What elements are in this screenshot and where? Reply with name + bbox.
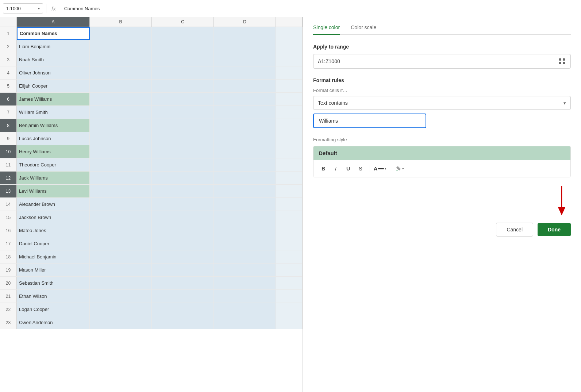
cell-col-b[interactable] [90, 237, 152, 250]
table-row[interactable]: 9Lucas Johnson [0, 132, 303, 145]
cell-col-a[interactable]: Alexander Brown [17, 198, 90, 211]
cell-col-c[interactable] [152, 66, 214, 79]
table-row[interactable]: 5Elijah Cooper [0, 80, 303, 93]
cell-col-c[interactable] [152, 198, 214, 211]
condition-text-input[interactable] [313, 114, 426, 128]
cell-col-c[interactable] [152, 250, 214, 263]
italic-button[interactable]: I [330, 163, 341, 174]
cell-col-a[interactable]: William Smith [17, 106, 90, 119]
cell-col-a[interactable]: Henry Williams [17, 145, 90, 158]
table-row[interactable]: 10Henry Williams [0, 145, 303, 158]
table-row[interactable]: 14Alexander Brown [0, 198, 303, 211]
cell-col-c[interactable] [152, 119, 214, 132]
grid-select-icon[interactable] [558, 57, 566, 65]
cell-col-a[interactable]: Benjamin Williams [17, 119, 90, 132]
table-row[interactable]: 22Logan Cooper [0, 303, 303, 316]
tab-color-scale[interactable]: Color scale [351, 24, 376, 35]
cell-col-a[interactable]: Levi Williams [17, 185, 90, 197]
cell-col-d[interactable] [214, 237, 276, 250]
cell-col-d[interactable] [214, 27, 276, 40]
table-row[interactable]: 13Levi Williams [0, 185, 303, 198]
cell-col-d[interactable] [214, 250, 276, 263]
cell-col-a[interactable]: Logan Cooper [17, 303, 90, 316]
cell-col-d[interactable] [214, 172, 276, 184]
cell-col-d[interactable] [214, 80, 276, 92]
cell-col-a[interactable]: Michael Benjamin [17, 250, 90, 263]
cancel-button[interactable]: Cancel [496, 223, 533, 237]
cell-reference-box[interactable]: 1:1000 ▾ [3, 3, 43, 14]
cell-col-b[interactable] [90, 290, 152, 303]
cell-col-d[interactable] [214, 290, 276, 303]
cell-col-a[interactable]: Liam Benjamin [17, 40, 90, 53]
table-row[interactable]: 4Oliver Johnson [0, 66, 303, 80]
cell-col-d[interactable] [214, 106, 276, 119]
col-header-c[interactable]: C [152, 17, 214, 27]
cell-col-b[interactable] [90, 119, 152, 132]
cell-col-d[interactable] [214, 303, 276, 316]
cell-col-b[interactable] [90, 211, 152, 224]
strikethrough-button[interactable]: S [355, 163, 366, 174]
cell-col-c[interactable] [152, 158, 214, 171]
col-header-a[interactable]: A [17, 17, 90, 27]
cell-col-a[interactable]: Oliver Johnson [17, 66, 90, 79]
cell-col-d[interactable] [214, 145, 276, 158]
col-header-b[interactable]: B [90, 17, 152, 27]
cell-col-b[interactable] [90, 80, 152, 92]
cell-col-d[interactable] [214, 198, 276, 211]
cell-col-d[interactable] [214, 53, 276, 66]
cell-col-b[interactable] [90, 224, 152, 237]
text-color-button[interactable]: A ▾ [372, 165, 388, 172]
table-row[interactable]: 1Common Names [0, 27, 303, 40]
cell-col-b[interactable] [90, 66, 152, 79]
cell-col-b[interactable] [90, 40, 152, 53]
cell-col-a[interactable]: Ethan Wilson [17, 290, 90, 303]
col-header-d[interactable]: D [214, 17, 276, 27]
cell-col-a[interactable]: Theodore Cooper [17, 158, 90, 171]
cell-col-c[interactable] [152, 53, 214, 66]
cell-col-a[interactable]: Mason Miller [17, 264, 90, 276]
cell-col-c[interactable] [152, 27, 214, 40]
cell-col-a[interactable]: Noah Smith [17, 53, 90, 66]
cell-col-c[interactable] [152, 264, 214, 276]
cell-col-b[interactable] [90, 106, 152, 119]
cell-col-d[interactable] [214, 132, 276, 145]
cell-col-d[interactable] [214, 119, 276, 132]
cell-col-c[interactable] [152, 172, 214, 184]
cell-col-c[interactable] [152, 145, 214, 158]
table-row[interactable]: 6James Williams [0, 93, 303, 106]
fill-color-button[interactable]: ▾ [394, 165, 405, 172]
cell-col-c[interactable] [152, 277, 214, 289]
cell-col-a[interactable]: James Williams [17, 93, 90, 105]
cell-col-b[interactable] [90, 303, 152, 316]
cell-col-d[interactable] [214, 316, 276, 329]
cell-col-c[interactable] [152, 106, 214, 119]
table-row[interactable]: 12Jack Williams [0, 172, 303, 185]
cell-col-b[interactable] [90, 145, 152, 158]
cell-col-a[interactable]: Lucas Johnson [17, 132, 90, 145]
cell-col-d[interactable] [214, 277, 276, 289]
cell-col-b[interactable] [90, 53, 152, 66]
cell-col-a[interactable]: Owen Anderson [17, 316, 90, 329]
cell-col-b[interactable] [90, 277, 152, 289]
cell-col-d[interactable] [214, 40, 276, 53]
cell-col-c[interactable] [152, 93, 214, 105]
cell-col-b[interactable] [90, 264, 152, 276]
cell-col-d[interactable] [214, 185, 276, 197]
table-row[interactable]: 19Mason Miller [0, 264, 303, 277]
cell-col-b[interactable] [90, 198, 152, 211]
cell-col-d[interactable] [214, 211, 276, 224]
cell-col-b[interactable] [90, 172, 152, 184]
cell-col-b[interactable] [90, 250, 152, 263]
cell-col-c[interactable] [152, 211, 214, 224]
cell-col-d[interactable] [214, 66, 276, 79]
cell-col-d[interactable] [214, 224, 276, 237]
cell-col-b[interactable] [90, 185, 152, 197]
cell-col-c[interactable] [152, 316, 214, 329]
cell-col-b[interactable] [90, 316, 152, 329]
table-row[interactable]: 20Sebastian Smith [0, 277, 303, 290]
table-row[interactable]: 2Liam Benjamin [0, 40, 303, 53]
cell-col-d[interactable] [214, 264, 276, 276]
table-row[interactable]: 7William Smith [0, 106, 303, 119]
condition-select[interactable]: Text contains ▾ [313, 96, 571, 110]
table-row[interactable]: 15Jackson Brown [0, 211, 303, 224]
